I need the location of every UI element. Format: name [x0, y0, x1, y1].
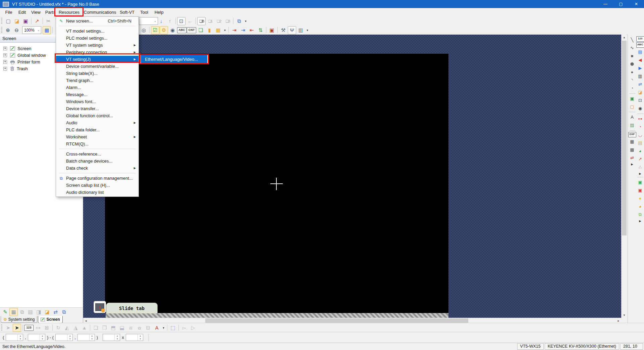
- library-icon[interactable]: ▮: [205, 26, 214, 34]
- rectangle-icon[interactable]: ■: [628, 52, 636, 60]
- select-arrow-box-icon[interactable]: ▷: [189, 324, 197, 332]
- table-icon[interactable]: ▦: [628, 138, 636, 145]
- transfer-to-vt-usb-icon[interactable]: ⇥: [239, 26, 247, 34]
- coord-x1-spinner[interactable]: ▲▼: [6, 334, 23, 341]
- screen-down-icon[interactable]: ↓: [157, 17, 165, 25]
- screen-select-combo[interactable]: ⌄: [139, 17, 158, 25]
- menu-item-device-transfer[interactable]: Device transfer...: [56, 105, 139, 112]
- numeric-display-icon[interactable]: 123: [636, 36, 644, 42]
- spinner-up-icon[interactable]: ▲: [90, 334, 95, 338]
- overlap-screen-3-icon[interactable]: ❏3: [223, 17, 232, 25]
- range-select-icon[interactable]: ⬚: [169, 324, 177, 332]
- menu-item-vt-model-settings[interactable]: VT model settings...: [56, 28, 139, 35]
- device-monitor-icon[interactable]: ▥: [297, 26, 305, 34]
- sector-icon[interactable]: ◔: [628, 85, 636, 92]
- zoom-level-combo[interactable]: 100% ⌄: [22, 26, 41, 34]
- spinner-up-icon[interactable]: ▲: [115, 334, 120, 338]
- menu-item-vt-system-settings[interactable]: VT system settings▶: [56, 42, 139, 49]
- toolbar-grip[interactable]: [1, 324, 2, 331]
- spinner-down-icon[interactable]: ▼: [90, 338, 95, 341]
- horizontal-scrollbar[interactable]: ◄ ►: [83, 318, 621, 323]
- scroll-right-icon[interactable]: ►: [616, 318, 621, 323]
- menu-item-cross-reference[interactable]: Cross-reference...: [56, 150, 139, 158]
- line-icon[interactable]: ╲: [628, 36, 636, 44]
- new-screen-icon[interactable]: ↗: [33, 17, 41, 25]
- polygon-icon[interactable]: ⬢: [628, 60, 636, 68]
- spinner-down-icon[interactable]: ▼: [18, 338, 23, 341]
- image-icon[interactable]: ▣: [628, 95, 636, 102]
- transfer-to-vt-icon[interactable]: ⇥: [230, 26, 238, 34]
- parts-properties-icon[interactable]: 123: [24, 325, 34, 331]
- vertical-scrollbar-thumb[interactable]: [622, 41, 627, 235]
- menu-item-global-function-control[interactable]: Global function control...: [56, 112, 139, 119]
- spinner-down-icon[interactable]: ▼: [40, 338, 45, 341]
- menu-communications[interactable]: Communications: [83, 8, 117, 16]
- group-icon[interactable]: ⧈: [126, 324, 135, 332]
- minimize-button[interactable]: —: [598, 0, 613, 8]
- parts-window-icon[interactable]: ⧉: [235, 17, 243, 25]
- send-backward-icon[interactable]: ⬓: [118, 324, 126, 332]
- frame-icon[interactable]: ▢: [628, 103, 636, 111]
- scroll-up-icon[interactable]: ▲: [622, 35, 627, 40]
- polyline-icon[interactable]: ∿: [628, 44, 636, 52]
- copy-page-icon[interactable]: ⧉: [18, 308, 26, 316]
- close-button[interactable]: ✕: [629, 0, 644, 8]
- dropdown-caret-icon[interactable]: ▾: [244, 17, 248, 25]
- slide-tab-icon[interactable]: ↕: [94, 301, 106, 313]
- multi-lamp-icon[interactable]: ◕: [636, 203, 644, 210]
- edit-screen-icon[interactable]: ☑: [151, 26, 159, 34]
- screen-zoom-icon[interactable]: ◉: [168, 26, 177, 34]
- pie-chart-icon[interactable]: ◕: [636, 147, 644, 155]
- select-parts-icon[interactable]: ➤: [4, 324, 12, 332]
- menu-view[interactable]: View: [29, 8, 43, 16]
- text-display-icon[interactable]: ABC: [636, 42, 644, 48]
- page-config-icon[interactable]: ⧉: [60, 308, 68, 316]
- data-folder-icon[interactable]: ◪: [636, 89, 644, 96]
- transfer-verify-icon[interactable]: ⇅: [256, 26, 265, 34]
- spinner-up-icon[interactable]: ▲: [40, 334, 45, 338]
- screen-touch-icon[interactable]: ❏: [197, 26, 205, 34]
- align-point-icon[interactable]: ▲: [80, 324, 89, 332]
- scatter-graph-icon[interactable]: ∴: [636, 164, 644, 171]
- movie-transfer-icon[interactable]: ⇄: [636, 81, 644, 88]
- dxf-icon[interactable]: DXF: [628, 132, 636, 137]
- menu-item-vt-setting[interactable]: VT setting(J)▶: [56, 56, 139, 63]
- back-screen-icon[interactable]: ←: [186, 17, 194, 25]
- ellipse-icon[interactable]: ●: [628, 69, 636, 76]
- audio-parts-icon[interactable]: ◀: [636, 56, 644, 64]
- send-to-back-icon[interactable]: ❐: [100, 324, 109, 332]
- overlap-screen-1-icon[interactable]: ❏1: [206, 17, 214, 25]
- menu-item-new-screen[interactable]: ✎ New screen... Ctrl+Shift+N: [56, 17, 139, 25]
- arc-icon[interactable]: ◝: [628, 77, 636, 84]
- menu-item-screen-callup-list[interactable]: Screen callup list (H)...: [56, 182, 139, 189]
- remote-desktop-icon[interactable]: ⊡: [636, 97, 644, 104]
- toolbar-grip[interactable]: [1, 18, 2, 25]
- text-icon[interactable]: A: [628, 114, 636, 121]
- screen-up-icon[interactable]: ↑: [166, 17, 174, 25]
- height-spinner[interactable]: ▲▼: [126, 334, 143, 341]
- cut-icon[interactable]: ✂: [44, 17, 53, 25]
- menu-item-device-comment-variable[interactable]: Device comment/variable...: [56, 63, 139, 70]
- overlap-screen-2-icon[interactable]: ❏2: [215, 17, 223, 25]
- base-screen-icon[interactable]: ❏B: [197, 17, 206, 25]
- open-file-icon[interactable]: ◪: [13, 17, 21, 25]
- menu-item-audio-dictionary-list[interactable]: Audio dictionary list: [56, 189, 139, 196]
- editor-workspace[interactable]: ↕ Slide tab ▲ ▼ ◄ ►: [83, 35, 627, 323]
- coord-x2-spinner[interactable]: ▲▼: [55, 334, 73, 341]
- horizontal-scrollbar-thumb[interactable]: [205, 318, 468, 323]
- usb-connection-icon[interactable]: Ψ: [288, 26, 296, 34]
- scroll-left-icon[interactable]: ◄: [83, 318, 89, 323]
- spinner-down-icon[interactable]: ▼: [67, 338, 72, 341]
- parts-stack-icon[interactable]: ⧉: [636, 211, 644, 218]
- edit-pencil-icon[interactable]: ✎: [1, 308, 9, 316]
- menu-help[interactable]: Help: [152, 8, 166, 16]
- menu-item-plc-data-folder[interactable]: PLC data folder...: [56, 126, 139, 133]
- align-icon[interactable]: ⊟: [144, 324, 152, 332]
- switch-on-icon[interactable]: ▣: [636, 179, 644, 186]
- dial-parts-icon[interactable]: ◔: [636, 123, 644, 131]
- slide-tab[interactable]: Slide tab: [106, 303, 158, 313]
- vt-maintenance-icon[interactable]: ⚒: [279, 26, 287, 34]
- spinner-down-icon[interactable]: ▼: [138, 338, 143, 341]
- tab-screen[interactable]: Screen: [38, 316, 62, 323]
- video-camera-icon[interactable]: ▶: [636, 64, 644, 72]
